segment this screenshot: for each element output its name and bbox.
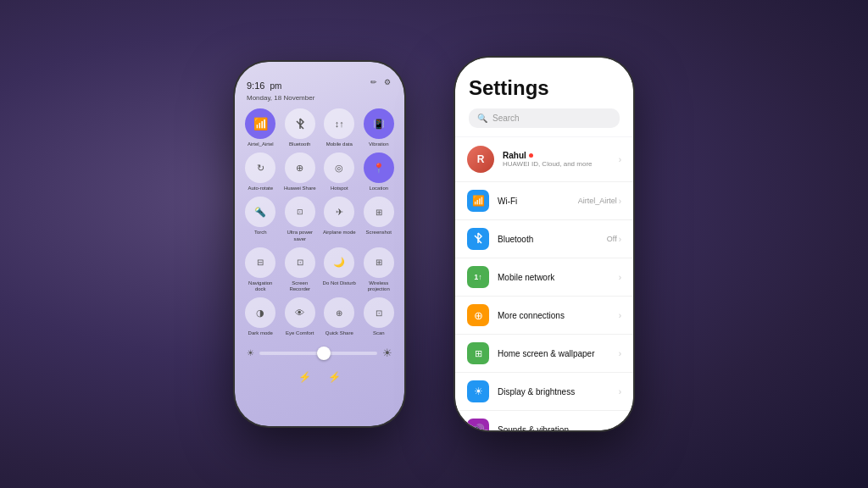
more-connections-item-right: › <box>619 311 621 320</box>
quick-share-button[interactable]: ⊕ <box>324 297 354 328</box>
bluetooth-item-value: Off <box>607 235 617 243</box>
eye-comfort-label: Eye Comfort <box>286 330 314 336</box>
display-item-label: Display & brightness <box>498 387 610 396</box>
sounds-item-text: Sounds & vibration <box>498 425 610 431</box>
wireless-proj-button[interactable]: ⊞ <box>364 247 394 278</box>
more-connections-item-label: More connections <box>498 311 610 320</box>
toggle-wifi[interactable]: 📶 Airtel_Airtel <box>243 108 278 147</box>
home-screen-item-text: Home screen & wallpaper <box>498 349 610 358</box>
dark-mode-button[interactable]: ◑ <box>245 297 275 328</box>
screenshot-button[interactable]: ⊞ <box>364 197 394 227</box>
more-connections-item-text: More connections <box>498 311 610 320</box>
wifi-label: Airtel_Airtel <box>248 141 274 147</box>
status-icons: ✏ ⚙ <box>369 77 392 87</box>
settings-list: R Rahul HUAWEI ID, Cloud, and more › 📶 W… <box>455 137 633 430</box>
search-icon: 🔍 <box>477 114 487 123</box>
settings-item-more-connections[interactable]: ⊕ More connections › <box>455 297 633 335</box>
profile-subtitle: HUAWEI ID, Cloud, and more <box>503 160 610 168</box>
search-placeholder: Search <box>492 114 520 123</box>
avatar: R <box>467 146 494 173</box>
bluetooth-button[interactable] <box>285 108 315 139</box>
toggle-nav-dock[interactable]: ⊟ Navigation dock <box>243 247 278 292</box>
sounds-item-label: Sounds & vibration <box>498 425 610 431</box>
airplane-label: Airplane mode <box>323 230 356 236</box>
scan-button[interactable]: ⊡ <box>364 297 394 328</box>
time-suffix: pm <box>270 81 282 91</box>
wifi-button[interactable]: 📶 <box>245 108 275 139</box>
brightness-high-icon: ☀ <box>382 347 392 359</box>
settings-screen: Settings 🔍 Search R Rahul HUAWEI ID, Clo… <box>455 58 633 430</box>
toggle-ultra-power[interactable]: ⊡ Ultra power saver <box>283 197 318 241</box>
home-indicator: ⚡ <box>298 371 311 383</box>
toggle-airplane[interactable]: ✈ Airplane mode <box>322 197 357 241</box>
bluetooth-icon <box>473 232 483 247</box>
torch-label: Torch <box>254 230 267 236</box>
toggle-bluetooth[interactable]: Bluetooth <box>283 108 318 147</box>
brightness-thumb[interactable] <box>317 347 331 360</box>
wifi-item-text: Wi-Fi <box>498 197 570 206</box>
toggle-location[interactable]: 📍 Location <box>362 152 397 191</box>
toggle-screenshot[interactable]: ⊞ Screenshot <box>362 197 397 241</box>
toggle-scan[interactable]: ⊡ Scan <box>362 297 397 336</box>
toggle-hotspot[interactable]: ◎ Hotspot <box>322 152 357 191</box>
toggle-do-not-disturb[interactable]: 🌙 Do Not Disturb <box>322 247 357 292</box>
wifi-settings-icon: 📶 <box>467 190 489 212</box>
control-center-screen: 9:16 pm Monday, 18 November ✏ ⚙ 📶 Airtel… <box>235 62 404 426</box>
settings-title: Settings <box>469 76 620 100</box>
toggle-screen-recorder[interactable]: ⊡ Screen Recorder <box>283 247 318 292</box>
toggle-vibration[interactable]: 📳 Vibration <box>362 108 397 147</box>
search-bar[interactable]: 🔍 Search <box>469 108 620 128</box>
settings-item-mobile-network[interactable]: 1↑ Mobile network › <box>455 258 633 297</box>
torch-button[interactable]: 🔦 <box>245 197 275 227</box>
edit-icon: ✏ <box>369 77 379 87</box>
mobile-network-chevron-icon: › <box>619 273 621 282</box>
airplane-button[interactable]: ✈ <box>324 197 354 227</box>
toggle-quick-share[interactable]: ⊕ Quick Share <box>322 297 357 336</box>
more-connections-settings-icon: ⊕ <box>467 304 489 326</box>
brightness-slider[interactable] <box>259 352 377 355</box>
ultra-power-button[interactable]: ⊡ <box>285 197 315 227</box>
toggle-dark-mode[interactable]: ◑ Dark mode <box>243 297 278 336</box>
display-item-text: Display & brightness <box>498 387 610 396</box>
toggle-huawei-share[interactable]: ⊕ Huawei Share <box>283 152 318 191</box>
vibration-button[interactable]: 📳 <box>364 108 394 139</box>
vibration-label: Vibration <box>369 141 389 147</box>
hotspot-button[interactable]: ◎ <box>324 152 354 183</box>
ultra-power-label: Ultra power saver <box>283 230 318 241</box>
location-label: Location <box>369 186 388 191</box>
sounds-chevron-icon: › <box>619 425 621 431</box>
nav-dock-button[interactable]: ⊟ <box>245 247 275 278</box>
eye-comfort-button[interactable]: 👁 <box>285 297 315 328</box>
profile-row[interactable]: R Rahul HUAWEI ID, Cloud, and more › <box>455 137 633 182</box>
settings-item-sounds[interactable]: 🔊 Sounds & vibration › <box>455 411 633 430</box>
sounds-icon: 🔊 <box>472 424 485 430</box>
huawei-share-label: Huawei Share <box>284 186 316 191</box>
toggle-torch[interactable]: 🔦 Torch <box>243 197 278 241</box>
wifi-chevron-icon: › <box>619 197 621 206</box>
dark-mode-label: Dark mode <box>248 330 273 336</box>
toggle-grid-row1: 📶 Airtel_Airtel Bluetooth ↕↑ Mobile data… <box>243 108 396 336</box>
toggle-mobile-data[interactable]: ↕↑ Mobile data <box>322 108 357 147</box>
scan-label: Scan <box>373 330 385 336</box>
screen-recorder-button[interactable]: ⊡ <box>285 247 315 278</box>
mobile-network-item-label: Mobile network <box>498 273 610 282</box>
settings-item-wifi[interactable]: 📶 Wi-Fi Airtel_Airtel › <box>455 182 633 220</box>
huawei-share-button[interactable]: ⊕ <box>285 152 315 183</box>
clock: 9:16 pm <box>247 74 314 92</box>
location-button[interactable]: 📍 <box>364 152 394 183</box>
profile-info: Rahul HUAWEI ID, Cloud, and more <box>503 151 610 168</box>
mobile-data-button[interactable]: ↕↑ <box>324 108 354 139</box>
settings-item-display[interactable]: ☀ Display & brightness › <box>455 373 633 411</box>
date-display: Monday, 18 November <box>247 94 314 102</box>
do-not-disturb-button[interactable]: 🌙 <box>324 247 354 278</box>
display-icon: ☀ <box>474 385 483 397</box>
toggle-eye-comfort[interactable]: 👁 Eye Comfort <box>283 297 318 336</box>
settings-item-home-screen[interactable]: ⊞ Home screen & wallpaper › <box>455 335 633 373</box>
bottom-bar: ⚡ ⚡ <box>243 368 396 386</box>
auto-rotate-button[interactable]: ↻ <box>245 152 275 183</box>
brightness-row: ☀ ☀ <box>243 341 396 364</box>
display-item-right: › <box>619 387 621 396</box>
toggle-auto-rotate[interactable]: ↻ Auto-rotate <box>243 152 278 191</box>
toggle-wireless-proj[interactable]: ⊞ Wireless projection <box>362 247 397 292</box>
settings-item-bluetooth[interactable]: Bluetooth Off › <box>455 220 633 258</box>
